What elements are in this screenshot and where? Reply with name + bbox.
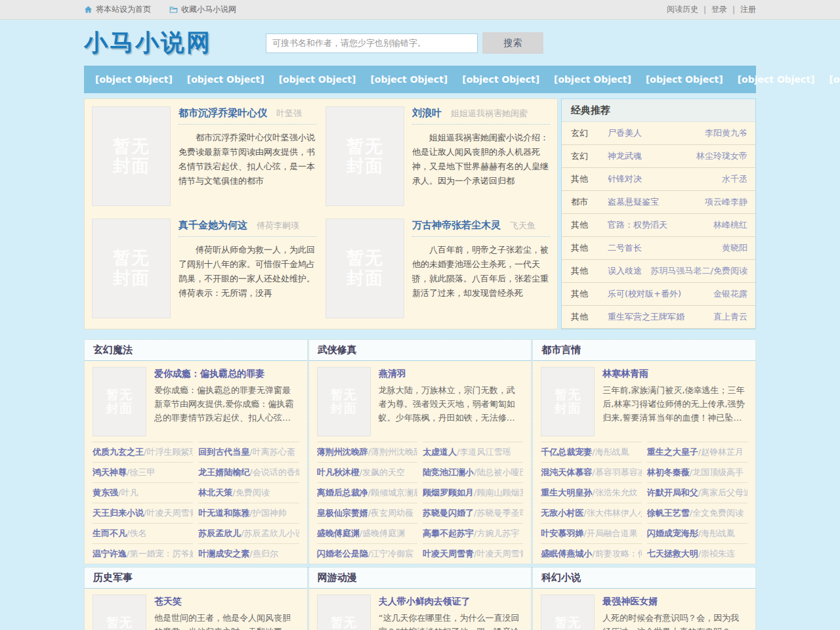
book-title-link[interactable]: 苏辰孟欣儿 — [198, 528, 241, 538]
book-title-link[interactable]: 闪婚老公是隐 — [317, 549, 368, 558]
book-title-link[interactable]: 误入歧途 — [608, 265, 647, 277]
nav-item[interactable]: [object Object] — [180, 66, 272, 93]
book-author-link[interactable]: 黄晓阳 — [722, 242, 747, 254]
book-title-link[interactable]: 乐可(校对版+番外) — [608, 288, 709, 300]
login-link[interactable]: 登录 — [711, 4, 727, 15]
book-cover-placeholder[interactable]: 暂无封面 — [326, 219, 404, 318]
book-cover-placeholder[interactable]: 暂无封面 — [92, 106, 171, 206]
nav-item[interactable]: [object Object] — [88, 66, 180, 93]
register-link[interactable]: 注册 — [740, 4, 756, 15]
book-title-link[interactable]: 重生大明皇孙 — [541, 488, 592, 497]
book-title-link[interactable]: 真千金她为何这 — [178, 219, 247, 231]
book-author-link[interactable]: 林峰桃红 — [713, 219, 747, 231]
book-title-link[interactable]: 针锋对决 — [608, 173, 718, 185]
divider: | — [704, 5, 706, 14]
book-author: 顾倾城京澜辰 — [368, 488, 417, 497]
no-cover-label: 暂无封面 — [110, 248, 153, 287]
book-title-link[interactable]: 叶无道和陈雅 — [198, 508, 249, 518]
nav-item[interactable]: [object Object] — [639, 66, 730, 93]
book-title-link[interactable]: 温宁许逸 — [93, 549, 127, 558]
book-cover-placeholder[interactable]: 暂无封面 — [92, 219, 171, 318]
book-title-link[interactable]: 离婚后总裁净 — [317, 488, 368, 497]
book-title-link[interactable]: 优质九玄之王 — [93, 447, 144, 457]
book-title-link[interactable]: 神龙武魂 — [608, 150, 692, 162]
book-title-link[interactable]: 重生军营之王牌军婚 — [608, 311, 709, 323]
book-title-link[interactable]: 叶澜成安之素 — [198, 549, 249, 558]
favorite-link[interactable]: 收藏小马小说网 — [169, 4, 236, 15]
book-title-link[interactable]: 徐帆王艺雪 — [647, 508, 690, 518]
nav-item[interactable]: [object Object] — [455, 66, 547, 93]
book-title-link[interactable]: 重生之大皇子 — [647, 447, 698, 457]
book-title-link[interactable]: 鸿天神尊 — [93, 467, 127, 477]
book-author: 第一婚宠：厉爷娇 — [127, 549, 193, 558]
book-title-link[interactable]: 刘浪叶 — [412, 107, 442, 119]
book-title-link[interactable]: 高攀不起苏宇 — [423, 528, 474, 538]
book-title-link[interactable]: 官路：权势滔天 — [608, 219, 709, 231]
book-author: 傅荷李嗣瑛 — [257, 220, 299, 230]
book-author-link[interactable]: 林尘玲珑女帝 — [696, 150, 747, 162]
book-title-link[interactable]: 回到古代当皇 — [198, 447, 249, 457]
book-author-link[interactable]: 金银花露 — [713, 288, 747, 300]
book-title-link[interactable]: 最强神医女婿 — [602, 596, 747, 608]
book-title-link[interactable]: 林初冬秦薇 — [647, 467, 690, 477]
search-input[interactable] — [266, 33, 478, 53]
book-author-link[interactable]: 水千丞 — [722, 173, 747, 185]
book-title-link[interactable]: 薄荆州沈晚辞 — [317, 447, 368, 457]
book-title-link[interactable]: 林北天策 — [198, 488, 232, 497]
book-title-link[interactable]: 顾烟罗顾如月 — [423, 488, 474, 497]
book-list-item: 离婚后总裁净顾倾城京澜辰 — [317, 482, 417, 503]
book-title-link[interactable]: 天王归来小说 — [93, 508, 144, 518]
book-title-link[interactable]: 皇极仙宗赘婿 — [317, 508, 368, 518]
book-title-link[interactable]: 混沌天体慕容 — [541, 467, 592, 477]
book-title-link[interactable]: 盗墓悬疑鉴宝 — [608, 196, 701, 208]
book-title-link[interactable]: 盛眠傅燕城小 — [541, 549, 592, 558]
book-author-link[interactable]: 苏玥马强马老二/免费阅读 — [651, 265, 747, 277]
book-cover-placeholder[interactable]: 暂无封面 — [541, 595, 595, 630]
book-title-link[interactable]: 叶安慕羽婵 — [541, 528, 583, 538]
book-title-link[interactable]: 二号首长 — [608, 242, 718, 254]
book-title-link[interactable]: 黄东强 — [93, 488, 118, 497]
book-title-link[interactable]: 苍天笑 — [154, 596, 299, 608]
book-title-link[interactable]: 万古神帝张若尘木灵 — [412, 219, 501, 231]
book-author-link[interactable]: 直上青云 — [713, 311, 747, 323]
book-title-link[interactable]: 七天拯救大明 — [647, 549, 698, 558]
book-author-link[interactable]: 李阳黄九爷 — [705, 127, 747, 139]
book-title-link[interactable]: 龙王婿陆榆纪 — [198, 467, 249, 477]
book-author-link[interactable]: 项云峰李静 — [705, 196, 747, 208]
site-logo[interactable]: 小马小说网 — [84, 27, 212, 59]
nav-item[interactable]: [object Object] — [730, 66, 822, 93]
book-title-link[interactable]: 陆竞池江澜小 — [423, 467, 474, 477]
book-title-link[interactable]: 林寒林青雨 — [602, 368, 747, 380]
book-title-link[interactable]: 生而不凡 — [93, 528, 127, 538]
book-title-link[interactable]: 尸香美人 — [608, 127, 701, 139]
book-cover-placeholder[interactable]: 暂无封面 — [93, 595, 146, 630]
book-title-link[interactable]: 闪婚成宠海彤 — [647, 528, 698, 538]
book-title-link[interactable]: 盛晚傅庭渊 — [317, 528, 360, 538]
book-cover-placeholder[interactable]: 暂无封面 — [326, 106, 404, 206]
nav-item[interactable]: [object Object] — [547, 66, 639, 93]
book-cover-placeholder[interactable]: 暂无封面 — [317, 595, 371, 630]
book-title-link[interactable]: 燕清羽 — [379, 368, 524, 380]
set-home-link[interactable]: 将本站设为首页 — [84, 4, 151, 15]
book-title-link[interactable]: 都市沉浮乔梁叶心仪 — [178, 107, 267, 119]
reading-history-link[interactable]: 阅读历史 — [667, 4, 698, 15]
book-title-link[interactable]: 叶凌天周雪青 — [423, 549, 474, 558]
book-title-link[interactable]: 无敌小村医 — [541, 508, 583, 518]
book-cover-placeholder[interactable]: 暂无封面 — [317, 367, 371, 436]
book-title-link[interactable]: 叶凡秋沐橙 — [317, 467, 360, 477]
book-title-link[interactable]: 许默开局和父 — [647, 488, 698, 497]
nav-item[interactable]: [object Object] — [822, 66, 840, 93]
book-title-link[interactable]: 夫人带小鲜肉去领证了 — [379, 596, 524, 608]
book-list-item: 优质九玄之王叶浮生顾紫琪 — [93, 442, 193, 462]
nav-item[interactable]: [object Object] — [272, 66, 364, 93]
section-title: 历史军事 — [85, 568, 307, 589]
book-title-link[interactable]: 千亿总裁宠妻 — [541, 447, 592, 457]
book-author: 免费阅读 — [232, 488, 269, 497]
book-title-link[interactable]: 苏晓曼闪婚了 — [423, 508, 474, 518]
nav-item[interactable]: [object Object] — [363, 66, 455, 93]
search-button[interactable]: 搜索 — [482, 32, 543, 54]
book-title-link[interactable]: 爱你成瘾：偏执霸总的罪妻 — [154, 368, 299, 380]
book-title-link[interactable]: 太虚道人 — [423, 447, 457, 457]
book-cover-placeholder[interactable]: 暂无封面 — [541, 367, 595, 436]
book-cover-placeholder[interactable]: 暂无封面 — [93, 367, 146, 436]
